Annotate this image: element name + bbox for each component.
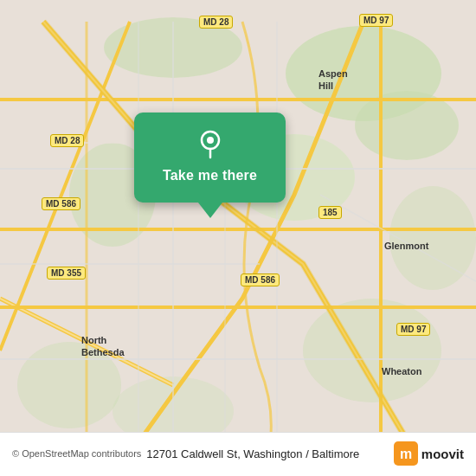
road-label-md28-left: MD 28 <box>50 134 84 147</box>
copyright-text: © OpenStreetMap contributors <box>12 448 141 459</box>
road-label-md97-right: MD 97 <box>396 323 430 336</box>
address-text: 12701 Caldwell St, Washington / Baltimor… <box>146 447 393 460</box>
road-label-md97-top: MD 97 <box>359 14 393 27</box>
city-label-wheaton: Wheaton <box>382 366 421 376</box>
svg-point-28 <box>207 137 214 144</box>
road-label-md586-bottom: MD 586 <box>241 273 280 286</box>
map-popup[interactable]: Take me there <box>134 113 286 203</box>
bottom-bar: © OpenStreetMap contributors 12701 Caldw… <box>0 432 476 476</box>
location-pin-icon <box>195 128 226 163</box>
moovit-text: moovit <box>421 447 464 461</box>
moovit-logo-icon: m <box>394 441 418 466</box>
city-label-aspen-hill: AspenHill <box>318 68 348 93</box>
map-background <box>0 0 476 476</box>
road-label-md28-top: MD 28 <box>199 16 233 29</box>
moovit-logo[interactable]: m moovit <box>394 441 464 466</box>
road-label-185: 185 <box>318 206 342 219</box>
road-label-md586-left: MD 586 <box>42 197 80 210</box>
road-label-md355: MD 355 <box>47 267 86 280</box>
map-container: MD 28 MD 28 MD 586 185 MD 355 MD 97 MD 9… <box>0 0 476 476</box>
city-label-glenmont: Glenmont <box>384 241 428 251</box>
city-label-north-bethesda: NorthBethesda <box>81 334 125 359</box>
svg-text:m: m <box>400 447 412 461</box>
popup-take-me-there[interactable]: Take me there <box>163 168 257 183</box>
